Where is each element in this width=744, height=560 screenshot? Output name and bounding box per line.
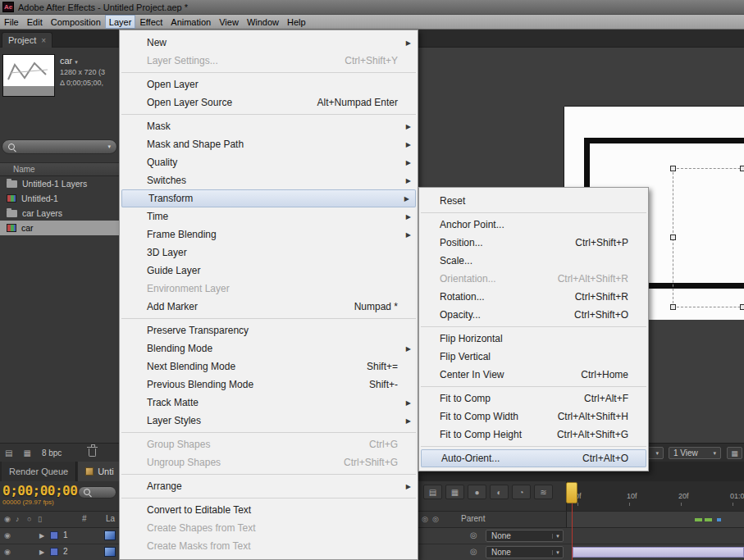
menu-item-label: Open Layer Source bbox=[147, 97, 232, 108]
bit-depth-label[interactable]: 8 bpc bbox=[42, 448, 62, 458]
playhead-marker[interactable] bbox=[566, 482, 577, 503]
menu-item-flip-horizontal[interactable]: Flip Horizontal bbox=[419, 330, 648, 348]
menu-item-flip-vertical[interactable]: Flip Vertical bbox=[419, 348, 648, 366]
selection-handle[interactable] bbox=[740, 166, 744, 171]
menubar-item-file[interactable]: File bbox=[0, 15, 23, 29]
selection-handle[interactable] bbox=[670, 166, 676, 171]
close-icon[interactable]: × bbox=[41, 36, 46, 45]
current-time-display[interactable]: 0;00;00;00 bbox=[2, 483, 77, 499]
menu-item-auto-orient[interactable]: Auto-Orient...Ctrl+Alt+O bbox=[421, 449, 646, 467]
timeline-toggle-icon-5[interactable]: ◔ bbox=[512, 485, 531, 499]
menu-item-fit-to-comp-height[interactable]: Fit to Comp HeightCtrl+Alt+Shift+G bbox=[419, 426, 648, 444]
menu-item-label: Auto-Orient... bbox=[441, 453, 500, 464]
menubar-item-layer[interactable]: Layer bbox=[105, 15, 136, 29]
video-column-icon[interactable]: ◉ bbox=[4, 515, 11, 523]
layer-label-chip[interactable] bbox=[50, 531, 58, 540]
pickwhip-icon[interactable]: ◎ bbox=[470, 547, 477, 556]
menu-item-add-marker[interactable]: Add MarkerNumpad * bbox=[120, 298, 418, 316]
audio-column-icon[interactable]: ♪ bbox=[16, 515, 20, 523]
menu-item-fit-to-comp[interactable]: Fit to CompCtrl+Alt+F bbox=[419, 389, 648, 407]
eye-icon[interactable]: ◉ bbox=[4, 531, 11, 540]
tab-render-queue[interactable]: Render Queue bbox=[2, 462, 76, 481]
menubar-item-edit[interactable]: Edit bbox=[23, 15, 47, 29]
menu-item-quality[interactable]: Quality▶ bbox=[120, 153, 418, 171]
lock-column-icon[interactable]: ▯ bbox=[38, 515, 42, 523]
menu-item-next-blending-mode[interactable]: Next Blending ModeShift+= bbox=[120, 357, 418, 376]
menu-item-blending-mode[interactable]: Blending Mode▶ bbox=[120, 339, 418, 357]
layer-label-chip[interactable] bbox=[50, 548, 58, 556]
menu-item-anchor-point[interactable]: Anchor Point... bbox=[419, 216, 648, 234]
menu-item-frame-blending[interactable]: Frame Blending▶ bbox=[120, 225, 418, 244]
timeline-toggle-icon-2[interactable]: ▦ bbox=[445, 485, 464, 499]
menu-item-open-layer[interactable]: Open Layer bbox=[120, 75, 418, 93]
twirl-icon[interactable]: ▶ bbox=[39, 532, 44, 540]
menu-item-convert-to-editable-text[interactable]: Convert to Editable Text bbox=[120, 501, 418, 519]
parent-column-header[interactable]: Parent bbox=[461, 514, 485, 523]
switches-icon[interactable]: ◎ bbox=[422, 515, 428, 523]
menu-item-reset[interactable]: Reset bbox=[419, 192, 648, 210]
menubar-item-help[interactable]: Help bbox=[283, 15, 310, 29]
playhead-line[interactable] bbox=[572, 503, 573, 560]
selection-bounding-box[interactable] bbox=[673, 168, 744, 307]
menu-item-mask-and-shape-path[interactable]: Mask and Shape Path▶ bbox=[120, 135, 418, 153]
timeline-toggle-icon-6[interactable]: ≋ bbox=[534, 485, 553, 499]
menu-item-new[interactable]: New▶ bbox=[120, 34, 418, 52]
menu-item-position[interactable]: Position...Ctrl+Shift+P bbox=[419, 234, 648, 252]
new-folder-icon[interactable]: ▦ bbox=[23, 448, 30, 458]
menu-item-3d-layer[interactable]: 3D Layer bbox=[120, 244, 418, 262]
timeline-toggle-icon-1[interactable]: ▤ bbox=[423, 485, 442, 499]
timeline-toggle-icon-4[interactable]: ◐ bbox=[490, 485, 509, 499]
menu-separator bbox=[419, 384, 648, 389]
menu-item-label: Next Blending Mode bbox=[147, 361, 235, 372]
solo-column-icon[interactable]: ○ bbox=[27, 515, 31, 523]
menu-item-time[interactable]: Time▶ bbox=[120, 207, 418, 225]
parent-dropdown[interactable]: None ▼ bbox=[486, 530, 564, 542]
selection-handle[interactable] bbox=[670, 234, 676, 240]
menubar-item-effect[interactable]: Effect bbox=[135, 15, 167, 29]
timeline-search-input[interactable] bbox=[78, 486, 116, 499]
menu-item-rotation[interactable]: Rotation...Ctrl+Shift+R bbox=[419, 288, 648, 306]
menubar-item-view[interactable]: View bbox=[215, 15, 243, 29]
menu-item-track-matte[interactable]: Track Matte▶ bbox=[120, 394, 418, 412]
interpret-footage-icon[interactable]: ▤ bbox=[5, 448, 12, 458]
layer-duration-bar[interactable] bbox=[573, 547, 744, 558]
menu-item-preserve-transparency[interactable]: Preserve Transparency bbox=[120, 321, 418, 339]
layer-name-header[interactable]: La bbox=[106, 514, 115, 523]
chevron-down-icon[interactable]: ▾ bbox=[107, 143, 111, 150]
tab-composition-timeline[interactable]: Unti bbox=[78, 462, 122, 481]
menu-item-arrange[interactable]: Arrange▶ bbox=[120, 477, 418, 495]
menu-item-opacity[interactable]: Opacity...Ctrl+Shift+O bbox=[419, 306, 648, 324]
selection-handle[interactable] bbox=[740, 304, 744, 310]
parent-dropdown[interactable]: None ▼ bbox=[486, 546, 564, 558]
menu-item-label: Flip Horizontal bbox=[440, 333, 503, 344]
menu-item-open-layer-source[interactable]: Open Layer SourceAlt+Numpad Enter bbox=[120, 93, 418, 112]
layer-number-header[interactable]: # bbox=[82, 514, 87, 523]
timeline-toggle-icon-3[interactable]: ● bbox=[468, 485, 486, 499]
modes-icon[interactable]: ◎ bbox=[432, 515, 439, 523]
menu-item-switches[interactable]: Switches▶ bbox=[120, 171, 418, 189]
menu-item-previous-blending-mode[interactable]: Previous Blending ModeShift+- bbox=[120, 376, 418, 394]
menubar-item-window[interactable]: Window bbox=[243, 15, 283, 29]
project-search-input[interactable]: ▾ bbox=[2, 139, 117, 154]
eye-icon[interactable]: ◉ bbox=[4, 548, 11, 556]
view-layout-dropdown[interactable]: 1 View ▾ bbox=[669, 447, 721, 459]
twirl-icon[interactable]: ▶ bbox=[39, 549, 44, 556]
menu-item-fit-to-comp-width[interactable]: Fit to Comp WidthCtrl+Alt+Shift+H bbox=[419, 407, 648, 426]
work-area-bar[interactable] bbox=[566, 512, 744, 527]
trash-icon[interactable] bbox=[89, 448, 96, 457]
grid-guides-icon[interactable]: ▦ bbox=[727, 447, 742, 459]
menu-item-scale[interactable]: Scale... bbox=[419, 252, 648, 270]
menubar-item-animation[interactable]: Animation bbox=[167, 15, 215, 29]
chevron-down-icon[interactable]: ▾ bbox=[75, 59, 78, 65]
menu-item-layer-styles[interactable]: Layer Styles▶ bbox=[120, 412, 418, 430]
menu-item-mask[interactable]: Mask▶ bbox=[120, 117, 418, 135]
menu-item-guide-layer[interactable]: Guide Layer bbox=[120, 262, 418, 280]
pickwhip-icon[interactable]: ◎ bbox=[470, 530, 477, 540]
menu-item-transform[interactable]: Transform▶ bbox=[121, 189, 416, 207]
time-ruler[interactable]: 0f10f20f01:00f bbox=[566, 481, 744, 511]
selection-handle[interactable] bbox=[670, 304, 676, 310]
menu-item-center-in-view[interactable]: Center In ViewCtrl+Home bbox=[419, 366, 648, 384]
menubar-item-composition[interactable]: Composition bbox=[47, 15, 105, 29]
tab-project[interactable]: Project × bbox=[2, 32, 52, 48]
composition-icon bbox=[7, 194, 16, 203]
